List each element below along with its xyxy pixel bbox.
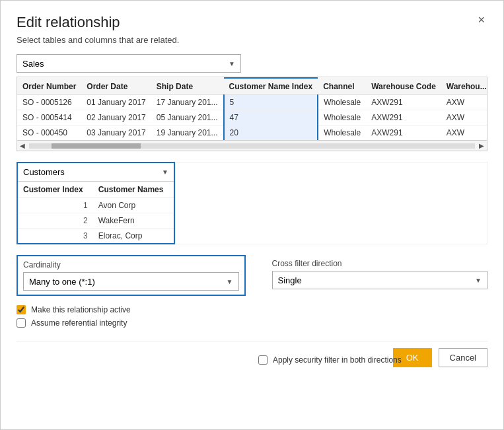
cell-order-date: 03 January 2017 [81,125,151,141]
col-warehouse-code: Warehouse Code [366,78,441,95]
customers-dropdown[interactable]: Customers ▼ [18,163,174,182]
cancel-button[interactable]: Cancel [439,348,487,367]
cardinality-label: Cardinality [23,260,239,269]
sales-table-wrapper: Order Number Order Date Ship Date Custom… [17,77,487,151]
scroll-left-arrow[interactable]: ◀ [17,142,28,149]
cell-index: 3 [18,229,93,244]
sales-table-header-row: Order Number Order Date Ship Date Custom… [17,78,487,95]
cardinality-value: Many to one (*:1) [29,277,95,287]
cell-customer-name-index: 20 [224,125,318,141]
cell-order-number: SO - 0005414 [17,110,81,125]
cell-ship-date: 17 January 201... [151,95,224,110]
cell-name: Elorac, Corp [93,229,174,244]
cardinality-group: Cardinality Many to one (*:1) ▼ [17,255,246,296]
edit-relationship-dialog: Edit relationship × Select tables and co… [0,0,504,430]
cross-filter-group: Cross filter direction Single ▼ [272,255,488,296]
sales-dropdown-value: Sales [22,59,44,69]
scroll-right-arrow[interactable]: ▶ [476,142,487,149]
sales-table-section: Sales ▼ Order Number Order Date Ship Dat… [17,54,487,151]
cell-warehouse2: AXW [441,125,487,141]
cross-filter-label: Cross filter direction [272,259,488,268]
customers-section: Customers ▼ Customer Index Customer Name… [17,162,487,244]
dialog-title-bar: Edit relationship × [17,14,487,31]
cell-ship-date: 05 January 201... [151,110,224,125]
customers-header-row: Customer Index Customer Names [18,182,174,198]
cell-index: 2 [18,213,93,229]
settings-row: Cardinality Many to one (*:1) ▼ Cross fi… [17,255,487,296]
checkbox-security-label: Apply security filter in both directions [273,355,402,365]
col-customer-index: Customer Index [18,182,93,198]
cross-filter-value: Single [278,275,302,285]
checkboxes-section: Make this relationship active Assume ref… [17,305,487,328]
right-empty-area [175,162,487,244]
cell-order-number: SO - 0005126 [17,95,81,110]
customers-table: Customer Index Customer Names 1 Avon Cor… [18,182,174,243]
cell-warehouse2: AXW [441,110,487,125]
col-warehouse2: Warehou... [441,78,487,95]
checkbox-active-label: Make this relationship active [31,305,131,314]
cell-name: Avon Corp [93,198,174,213]
cell-customer-name-index: 5 [224,95,318,110]
col-order-date: Order Date [81,78,151,95]
table-row: 3 Elorac, Corp [18,229,174,244]
col-ship-date: Ship Date [151,78,224,95]
cross-filter-dropdown[interactable]: Single ▼ [272,271,488,289]
cell-warehouse-code: AXW291 [366,125,441,141]
cell-channel: Wholesale [318,95,366,110]
checkbox-referential[interactable] [17,318,26,328]
customers-dropdown-value: Customers [23,167,65,177]
cardinality-dropdown[interactable]: Many to one (*:1) ▼ [23,272,239,291]
cell-order-date: 02 January 2017 [81,110,151,125]
customers-dropdown-arrow: ▼ [162,168,168,176]
checkbox-referential-row: Assume referential integrity [17,318,487,328]
sales-dropdown[interactable]: Sales ▼ [17,54,241,73]
checkbox-active[interactable] [17,305,26,314]
table-row: SO - 0005126 01 January 2017 17 January … [17,95,487,110]
table-row: SO - 0005414 02 January 2017 05 January … [17,110,487,125]
cross-filter-dropdown-arrow: ▼ [475,277,482,284]
cell-warehouse-code: AXW291 [366,110,441,125]
cell-warehouse-code: AXW291 [366,95,441,110]
sales-table: Order Number Order Date Ship Date Custom… [17,77,487,140]
close-button[interactable]: × [475,14,487,26]
table-row: 1 Avon Corp [18,198,174,213]
table-row: 2 WakeFern [18,213,174,229]
cell-channel: Wholesale [318,125,366,141]
horizontal-scrollbar[interactable]: ◀ ▶ [17,140,487,151]
dialog-subtitle: Select tables and columns that are relat… [17,35,487,45]
dialog-footer: OK Cancel [17,341,487,367]
checkbox-referential-label: Assume referential integrity [31,318,127,328]
checkbox-security[interactable] [258,355,268,365]
col-customer-names: Customer Names [93,182,174,198]
cell-channel: Wholesale [318,110,366,125]
scroll-track[interactable] [29,143,475,149]
scroll-thumb [52,143,141,149]
security-filter-row: Apply security filter in both directions [258,355,402,369]
cell-name: WakeFern [93,213,174,229]
dialog-title: Edit relationship [17,14,120,31]
sales-dropdown-arrow: ▼ [229,60,235,67]
cell-index: 1 [18,198,93,213]
col-customer-name-index[interactable]: Customer Name Index [224,78,318,95]
table-row: SO - 000450 03 January 2017 19 January 2… [17,125,487,141]
cell-order-number: SO - 000450 [17,125,81,141]
cell-order-date: 01 January 2017 [81,95,151,110]
customers-box: Customers ▼ Customer Index Customer Name… [17,162,175,244]
cardinality-dropdown-arrow: ▼ [227,278,233,285]
col-channel: Channel [318,78,366,95]
cell-ship-date: 19 January 201... [151,125,224,141]
col-order-number: Order Number [17,78,81,95]
cell-warehouse2: AXW [441,95,487,110]
cell-customer-name-index: 47 [224,110,318,125]
checkbox-active-row: Make this relationship active [17,305,487,314]
